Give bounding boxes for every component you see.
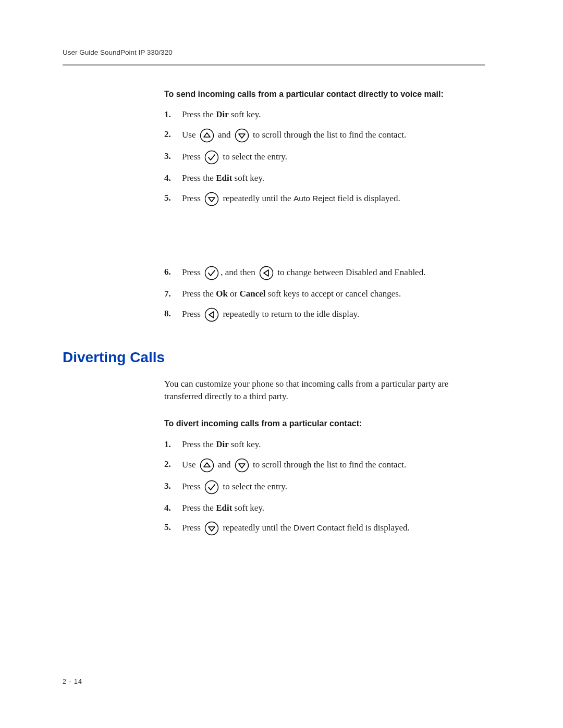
content-column: To send incoming calls from a particular…: [164, 89, 485, 322]
field-name: Auto Reject: [293, 194, 335, 203]
left-button-icon: [259, 266, 274, 280]
step-number: 4.: [164, 172, 171, 184]
emphasis: Edit: [216, 503, 232, 513]
content-column-2: You can customize your phone so that inc…: [164, 378, 485, 536]
page-number: 2 - 14: [63, 677, 82, 687]
step-number: 2.: [164, 458, 171, 471]
svg-point-14: [235, 459, 248, 472]
steps-voicemail: 1.Press the Dir soft key.2.Use and to sc…: [164, 108, 485, 322]
intro-text: You can customize your phone so that inc…: [164, 378, 485, 403]
down-button-icon: [235, 458, 249, 473]
emphasis: Dir: [216, 439, 229, 449]
svg-point-17: [205, 522, 218, 535]
vertical-gap: [164, 214, 485, 266]
step-number: 8.: [164, 307, 171, 320]
svg-point-16: [205, 480, 218, 493]
step-item: 8.Press repeatedly to return to the idle…: [164, 307, 485, 322]
step-number: 7.: [164, 288, 171, 300]
step-item: 3.Press to select the entry.: [164, 150, 485, 165]
svg-point-7: [205, 266, 218, 279]
step-number: 3.: [164, 480, 171, 492]
step-number: 3.: [164, 150, 171, 163]
page-header: User Guide SoundPoint IP 330/320: [63, 48, 485, 66]
step-number: 2.: [164, 128, 171, 141]
step-item: 1.Press the Dir soft key.: [164, 438, 485, 451]
step-item: 4.Press the Edit soft key.: [164, 502, 485, 514]
step-number: 6.: [164, 266, 171, 278]
step-item: 6.Press , and then to change between Dis…: [164, 266, 485, 280]
svg-point-2: [235, 129, 248, 142]
subhead-divert: To divert incoming calls from a particul…: [164, 418, 485, 429]
down-button-icon: [235, 128, 249, 143]
check-button-icon: [204, 266, 219, 280]
step-item: 1.Press the Dir soft key.: [164, 108, 485, 121]
step-item: 3.Press to select the entry.: [164, 480, 485, 495]
up-button-icon: [200, 458, 214, 473]
step-number: 1.: [164, 108, 171, 121]
emphasis: Edit: [216, 173, 232, 183]
step-number: 5.: [164, 521, 171, 534]
svg-point-8: [260, 266, 273, 279]
check-button-icon: [204, 480, 219, 495]
step-item: 5.Press repeatedly until the Auto Reject…: [164, 192, 485, 206]
step-number: 1.: [164, 438, 171, 451]
subhead-voicemail: To send incoming calls from a particular…: [164, 89, 485, 100]
step-number: 5.: [164, 192, 171, 204]
check-button-icon: [204, 150, 219, 165]
up-button-icon: [200, 128, 214, 143]
step-item: 7.Press the Ok or Cancel soft keys to ac…: [164, 288, 485, 300]
left-button-icon: [204, 307, 219, 322]
down-button-icon: [204, 521, 219, 536]
svg-point-12: [200, 459, 213, 472]
down-button-icon: [204, 192, 219, 206]
step-item: 4.Press the Edit soft key.: [164, 172, 485, 184]
svg-point-5: [205, 192, 218, 205]
emphasis: Dir: [216, 109, 229, 119]
steps-divert: 1.Press the Dir soft key.2.Use and to sc…: [164, 438, 485, 536]
step-item: 2.Use and to scroll through the list to …: [164, 458, 485, 473]
step-item: 5.Press repeatedly until the Divert Cont…: [164, 521, 485, 536]
svg-point-0: [200, 129, 213, 142]
svg-point-4: [205, 151, 218, 164]
emphasis: Cancel: [240, 289, 266, 299]
svg-point-10: [205, 308, 218, 321]
emphasis: Ok: [216, 289, 228, 299]
field-name: Divert Contact: [293, 523, 345, 532]
step-item: 2.Use and to scroll through the list to …: [164, 128, 485, 143]
section-title-diverting: Diverting Calls: [63, 347, 485, 367]
step-number: 4.: [164, 502, 171, 514]
